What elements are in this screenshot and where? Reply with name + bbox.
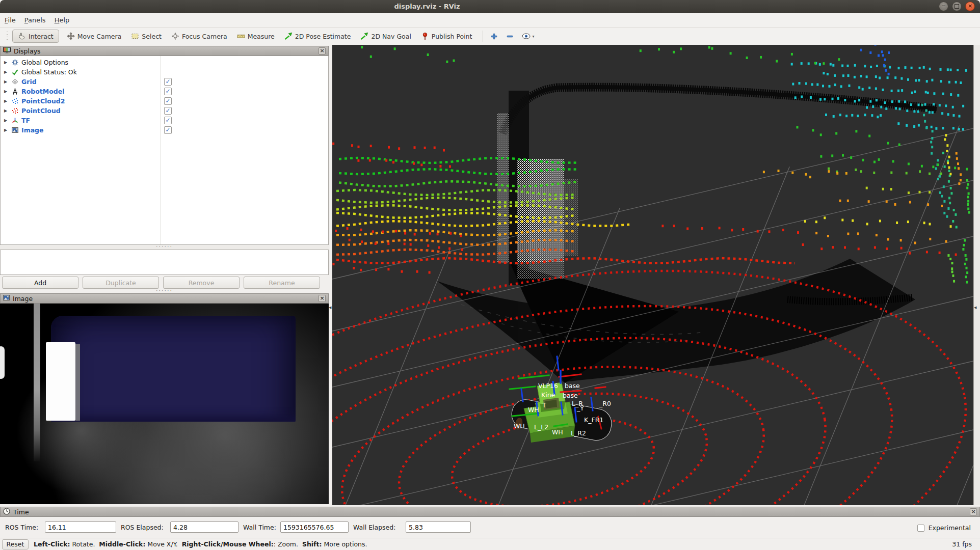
hint-segment: More options.: [322, 540, 367, 548]
displays-tree: ▶Global Options▶Global Status: Ok▶Grid✓▶…: [0, 56, 329, 245]
tool-label: Interact: [29, 33, 54, 40]
expander-icon[interactable]: ▶: [1, 60, 12, 65]
image-close-icon[interactable]: ×: [319, 295, 326, 302]
tool-select[interactable]: Select: [131, 32, 162, 40]
display-row-global-options[interactable]: ▶Global Options: [1, 58, 328, 67]
toolbar-grip-icon[interactable]: [6, 31, 9, 42]
ros-elapsed-input[interactable]: [170, 521, 239, 533]
minimize-button[interactable]: −: [939, 2, 948, 11]
window-title: display.rviz - RViz: [394, 0, 460, 13]
pointcloud-red-icon: [12, 107, 21, 114]
display-enabled-checkbox[interactable]: ✓: [164, 88, 172, 95]
statusbar: Reset Left-Click: Rotate. Middle-Click: …: [0, 538, 980, 550]
displays-close-icon[interactable]: ×: [319, 47, 326, 54]
display-enabled-checkbox[interactable]: ✓: [164, 97, 172, 105]
add-button[interactable]: Add: [2, 277, 78, 289]
pointcloud-blue-icon: [12, 98, 21, 104]
zoom-in-button[interactable]: [490, 33, 498, 40]
camera-gray-stripe: [34, 304, 40, 461]
dock-splitter[interactable]: ◀: [329, 45, 332, 505]
tool-group: InteractMove CameraSelectFocus CameraMea…: [12, 30, 482, 43]
hint-segment: Left-Click:: [34, 540, 70, 548]
toolbar-separator: [483, 31, 483, 42]
titlebar[interactable]: display.rviz - RViz − ×: [0, 0, 980, 13]
tool-focus-camera[interactable]: Focus Camera: [171, 32, 227, 40]
collapse-right-icon[interactable]: ◀: [974, 306, 976, 310]
robot-icon: [12, 88, 21, 95]
displays-panel-title: Displays: [14, 47, 41, 55]
tool-2d-nav-goal[interactable]: 2D Nav Goal: [360, 32, 411, 40]
close-button[interactable]: ×: [965, 2, 975, 11]
svg-text:L_R2: L_R2: [571, 429, 586, 437]
svg-text:T: T: [542, 401, 546, 409]
tf-axes-icon: [12, 117, 21, 124]
expander-icon[interactable]: ▶: [1, 128, 12, 132]
tree-splitter-handle[interactable]: ······: [0, 245, 329, 250]
display-row-tf[interactable]: ▶TF✓: [1, 116, 328, 125]
tool-measure[interactable]: Measure: [237, 32, 275, 40]
displays-panel-header[interactable]: Displays ×: [0, 46, 329, 56]
image-panel-header[interactable]: Image ×: [0, 293, 329, 304]
display-row-image[interactable]: ▶Image✓: [1, 125, 328, 135]
camera-navy-wall: [51, 316, 296, 422]
rename-button: Rename: [244, 277, 320, 289]
panel-splitter-handle[interactable]: ······: [0, 290, 329, 293]
display-enabled-checkbox[interactable]: ✓: [164, 107, 172, 115]
hand-icon: [18, 32, 26, 40]
display-enabled-checkbox[interactable]: ✓: [164, 126, 172, 134]
3d-viewport[interactable]: VLP16baseKinebaseTL_R_Y_R0WHWHL_L2K_FR1W…: [332, 45, 973, 505]
image-icon: [12, 127, 21, 133]
svg-text:VLP16: VLP16: [538, 382, 558, 390]
tool-publish-point[interactable]: Publish Point: [421, 32, 472, 40]
tool-move-camera[interactable]: Move Camera: [67, 32, 122, 40]
expander-icon[interactable]: ▶: [1, 99, 12, 103]
menu-help[interactable]: Help: [55, 16, 70, 24]
time-panel-header[interactable]: Time ×: [0, 507, 980, 517]
right-panel-strip[interactable]: ◀: [973, 45, 980, 505]
display-row-global-status-ok[interactable]: ▶Global Status: Ok: [1, 67, 328, 77]
tool-label: 2D Nav Goal: [371, 33, 411, 40]
expander-icon[interactable]: ▶: [1, 89, 12, 94]
ruler-icon: [237, 32, 245, 40]
zoom-out-button[interactable]: [506, 33, 514, 40]
display-row-robotmodel[interactable]: ▶RobotModel✓: [1, 87, 328, 96]
hint-segment: Middle-Click:: [99, 540, 145, 548]
time-close-icon[interactable]: ×: [970, 508, 977, 515]
display-enabled-checkbox[interactable]: ✓: [164, 78, 172, 86]
hint-segment: Right-Click/Mouse Wheel:: [182, 540, 274, 548]
svg-text:base: base: [565, 382, 580, 390]
tool-interact[interactable]: Interact: [12, 30, 59, 43]
wall-elapsed-input[interactable]: [406, 521, 471, 533]
svg-text:WH: WH: [552, 428, 563, 436]
display-name: PointCloud: [21, 107, 61, 115]
tool-label: 2D Pose Estimate: [295, 33, 351, 40]
tool-2d-pose-estimate[interactable]: 2D Pose Estimate: [284, 32, 351, 40]
expander-icon[interactable]: ▶: [1, 79, 12, 84]
menu-file[interactable]: File: [5, 16, 16, 24]
property-description-box: [0, 250, 329, 275]
maximize-button[interactable]: [952, 2, 962, 11]
collapse-left-icon[interactable]: ◀: [329, 306, 331, 310]
wall-elapsed-label: Wall Elapsed:: [353, 517, 395, 538]
expander-icon[interactable]: ▶: [1, 118, 12, 123]
expander-icon[interactable]: ▶: [1, 70, 12, 74]
display-name: TF: [21, 117, 30, 124]
plus-icon: [490, 33, 498, 40]
display-row-pointcloud2[interactable]: ▶PointCloud2✓: [1, 96, 328, 106]
display-row-grid[interactable]: ▶Grid✓: [1, 77, 328, 87]
camera-white-box: [46, 342, 75, 421]
wall-time-input[interactable]: [280, 521, 349, 533]
visibility-button[interactable]: ▾: [522, 33, 534, 39]
ros-time-input[interactable]: [45, 521, 116, 533]
fps-counter: 31 fps: [952, 540, 972, 548]
experimental-checkbox[interactable]: [917, 525, 924, 532]
wall-time-label: Wall Time:: [243, 517, 276, 538]
ros-elapsed-label: ROS Elapsed:: [121, 517, 164, 538]
expander-icon[interactable]: ▶: [1, 108, 12, 113]
display-enabled-checkbox[interactable]: ✓: [164, 117, 172, 124]
display-row-pointcloud[interactable]: ▶PointCloud✓: [1, 106, 328, 116]
camera-image-view: [0, 304, 329, 504]
menu-panels[interactable]: Panels: [24, 16, 46, 24]
image-icon: [3, 294, 10, 302]
reset-button[interactable]: Reset: [2, 539, 29, 549]
